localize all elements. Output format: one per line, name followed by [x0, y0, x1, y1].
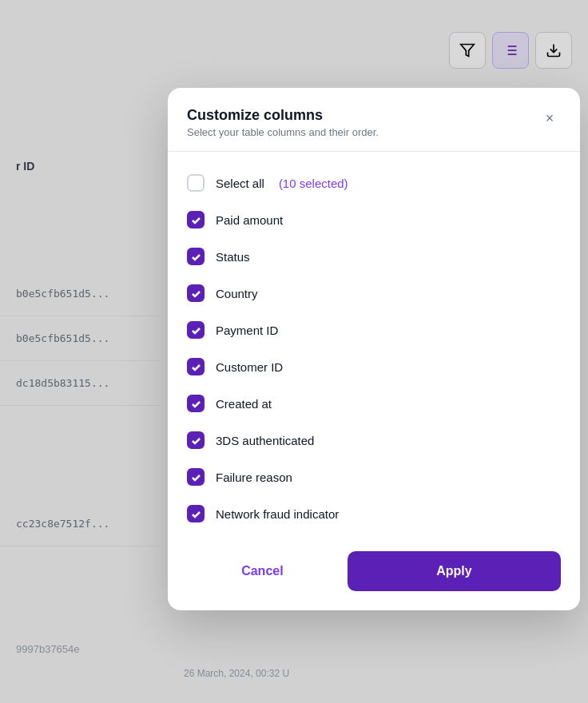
checkbox-created-at[interactable]	[187, 395, 205, 412]
checkbox-payment-id[interactable]	[187, 321, 205, 339]
column-label-3ds-auth: 3DS authenticated	[216, 434, 314, 447]
column-item-country[interactable]: Country	[187, 275, 561, 312]
divider	[168, 151, 580, 152]
checkbox-network-fraud[interactable]	[187, 505, 205, 522]
modal-title: Customize columns	[187, 107, 379, 124]
column-item-paid-amount[interactable]: Paid amount	[187, 201, 561, 238]
column-label-status: Status	[216, 250, 250, 264]
modal-subtitle: Select your table columns and their orde…	[187, 126, 379, 138]
column-label-country: Country	[216, 287, 258, 300]
selected-count: (10 selected)	[279, 177, 348, 190]
column-item-payment-id[interactable]: Payment ID	[187, 312, 561, 348]
column-item-customer-id[interactable]: Customer ID	[187, 348, 561, 385]
select-all-item[interactable]: Select all (10 selected)	[187, 165, 561, 201]
apply-button[interactable]: Apply	[348, 551, 561, 591]
checkbox-3ds-auth[interactable]	[187, 431, 205, 449]
column-item-failure-reason[interactable]: Failure reason	[187, 459, 561, 495]
modal-header: Customize columns Select your table colu…	[168, 88, 580, 151]
column-label-network-fraud: Network fraud indicator	[216, 507, 339, 521]
close-button[interactable]: ×	[538, 107, 561, 129]
checkbox-customer-id[interactable]	[187, 358, 205, 375]
column-label-payment-id: Payment ID	[216, 324, 278, 337]
modal-footer: Cancel Apply	[168, 538, 580, 610]
column-label-customer-id: Customer ID	[216, 360, 283, 374]
column-label-failure-reason: Failure reason	[216, 471, 292, 484]
select-all-label: Select all	[216, 177, 264, 190]
customize-columns-modal: Customize columns Select your table colu…	[168, 88, 580, 610]
column-item-3ds-auth[interactable]: 3DS authenticated	[187, 422, 561, 459]
column-item-created-at[interactable]: Created at	[187, 385, 561, 422]
column-item-status[interactable]: Status	[187, 238, 561, 275]
select-all-checkbox[interactable]	[187, 174, 205, 192]
column-label-paid-amount: Paid amount	[216, 213, 283, 227]
column-item-network-fraud[interactable]: Network fraud indicator	[187, 495, 561, 532]
checkbox-paid-amount[interactable]	[187, 211, 205, 228]
checkbox-failure-reason[interactable]	[187, 468, 205, 486]
checkbox-country[interactable]	[187, 284, 205, 302]
cancel-button[interactable]: Cancel	[187, 551, 338, 591]
column-list: Select all (10 selected) Paid amount Sta…	[168, 158, 580, 538]
checkbox-status[interactable]	[187, 248, 205, 265]
column-label-created-at: Created at	[216, 397, 272, 411]
